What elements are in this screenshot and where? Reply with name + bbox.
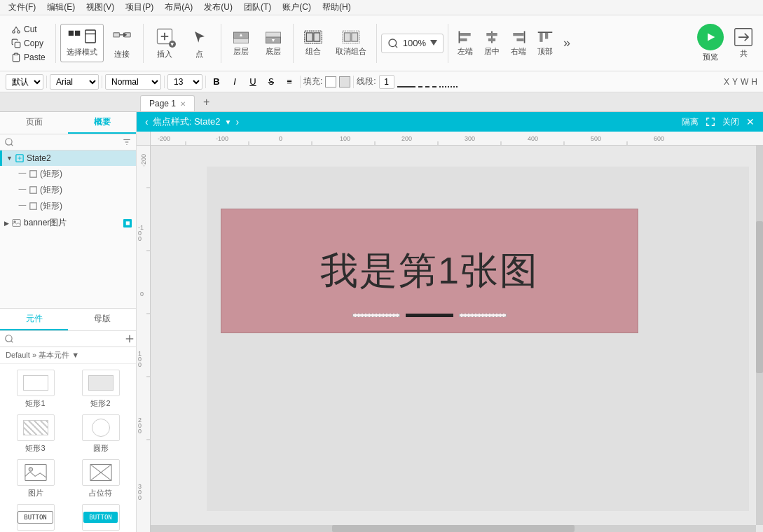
menu-project[interactable]: 项目(P) xyxy=(120,0,159,15)
bold-button[interactable]: B xyxy=(209,74,224,90)
svg-rect-38 xyxy=(539,33,542,42)
menu-file[interactable]: 文件(F) xyxy=(3,0,41,15)
menu-account[interactable]: 账户(C) xyxy=(277,0,317,15)
layer-search-input[interactable] xyxy=(17,137,87,147)
paste-button[interactable]: Paste xyxy=(8,51,48,64)
comp-placeholder[interactable]: 占位符 xyxy=(71,459,130,498)
comp-image[interactable]: 图片 xyxy=(6,459,65,498)
select-mode-button[interactable]: 选择模式 xyxy=(60,24,104,62)
cut-button[interactable]: Cut xyxy=(8,23,48,36)
align-center-button[interactable]: 居中 xyxy=(479,27,504,59)
list-button[interactable]: ≡ xyxy=(282,74,297,90)
layer-down-label: 底层 xyxy=(266,46,281,57)
close-focus-button[interactable]: 关闭 xyxy=(722,116,739,128)
comp-rect3[interactable]: 矩形3 xyxy=(6,414,65,454)
component-search-input[interactable] xyxy=(17,334,122,344)
menu-view[interactable]: 视图(V) xyxy=(81,0,120,15)
more-button[interactable]: » xyxy=(559,33,575,53)
svg-rect-2 xyxy=(15,42,20,48)
layer-item-rect2[interactable]: 一 (矩形) xyxy=(0,182,136,198)
main-toolbar: Cut Copy Paste 选择模式 连接 xyxy=(0,15,763,71)
component-grid: 矩形1 矩形2 矩形3 圆形 xyxy=(0,364,136,533)
comp-circle-preview xyxy=(82,414,120,441)
focus-prev-btn[interactable]: ‹ xyxy=(145,116,149,127)
fill-color-swatch2[interactable] xyxy=(339,76,350,88)
layer-item-rect1[interactable]: 一 (矩形) xyxy=(0,166,136,182)
banner-element[interactable]: 我是第1张图 xyxy=(221,209,638,333)
copy-button[interactable]: Copy xyxy=(8,37,48,50)
scrollbar-vertical[interactable] xyxy=(756,146,763,525)
comp-primary-button[interactable]: BUTTON 主要按钮 xyxy=(71,504,130,533)
stroke-label: 线段: xyxy=(357,76,376,88)
layer-up-button[interactable]: ▲ 层层 xyxy=(226,27,256,59)
pages-tab[interactable]: 页面 xyxy=(0,112,68,134)
add-component-icon[interactable] xyxy=(125,334,135,344)
align-top-button[interactable]: 顶部 xyxy=(532,27,558,59)
svg-rect-39 xyxy=(545,33,548,39)
menu-team[interactable]: 团队(T) xyxy=(238,0,277,15)
scrollbar-horizontal[interactable] xyxy=(151,525,756,532)
comp-rect2[interactable]: 矩形2 xyxy=(71,370,130,409)
component-category[interactable]: Default » 基本元件 ▼ xyxy=(0,347,136,364)
layer-item-state2[interactable]: ▼ State2 xyxy=(0,150,136,166)
share-button[interactable]: 共 xyxy=(729,24,757,62)
indicator-left[interactable] xyxy=(352,314,400,317)
strikethrough-button[interactable]: S̶ xyxy=(263,74,279,90)
select-mode-label: 选择模式 xyxy=(67,47,97,57)
size-select[interactable]: 13 xyxy=(167,74,202,90)
menu-publish[interactable]: 发布(U) xyxy=(198,0,238,15)
close-focus-x[interactable]: ✕ xyxy=(746,116,755,127)
connect-label: 连接 xyxy=(114,49,130,59)
page-1-tab[interactable]: Page 1 ✕ xyxy=(140,95,195,111)
focus-next-btn[interactable]: › xyxy=(235,116,239,127)
zoom-control[interactable]: 100% xyxy=(381,34,444,53)
canvas-area: ‹ 焦点样式: State2 ▼ › 隔离 关闭 ✕ -200 xyxy=(137,112,763,532)
connect-button[interactable]: 连接 xyxy=(105,22,139,64)
svg-rect-21 xyxy=(306,33,312,41)
underline-button[interactable]: U xyxy=(245,74,261,90)
menu-help[interactable]: 帮助(H) xyxy=(317,0,357,15)
align-right-button[interactable]: 右端 xyxy=(506,27,531,59)
masters-tab[interactable]: 母版 xyxy=(68,309,136,330)
comp-rect1[interactable]: 矩形1 xyxy=(6,370,65,409)
isolate-button[interactable]: 隔离 xyxy=(682,116,699,128)
stroke-value-input[interactable] xyxy=(379,75,394,89)
preview-button[interactable]: 预览 xyxy=(693,21,728,65)
svg-rect-6 xyxy=(85,30,95,43)
add-page-button[interactable]: + xyxy=(198,94,215,110)
italic-button[interactable]: I xyxy=(227,74,242,90)
comp-button[interactable]: BUTTON 按钮 xyxy=(6,504,65,533)
svg-rect-36 xyxy=(516,38,523,41)
canvas-wrapper[interactable]: -200 -100 0 100 200 300 400 500 xyxy=(137,132,763,532)
menu-layout[interactable]: 布局(A) xyxy=(159,0,198,15)
indicator-right[interactable] xyxy=(459,314,507,317)
stroke-style-dashed[interactable] xyxy=(418,76,437,88)
menu-edit[interactable]: 编辑(E) xyxy=(41,0,81,15)
expand-icon[interactable] xyxy=(706,117,715,127)
layer-item-rect3[interactable]: 一 (矩形) xyxy=(0,198,136,214)
stroke-style-dotted[interactable] xyxy=(439,76,458,88)
layer-item-banner[interactable]: ▶ banner图片 ◼ xyxy=(0,214,136,232)
svg-rect-30 xyxy=(460,38,467,41)
page-tab-close[interactable]: ✕ xyxy=(180,100,186,108)
outline-tab[interactable]: 概要 xyxy=(68,112,136,134)
insert-button[interactable]: ▼ 插入 xyxy=(148,22,181,64)
stroke-style-solid[interactable] xyxy=(397,76,415,88)
style-select[interactable]: 默认 xyxy=(6,74,43,90)
fill-color-swatch[interactable] xyxy=(325,76,336,88)
fill-label: 填充: xyxy=(303,76,322,88)
layer-down-button[interactable]: ▼ 底层 xyxy=(258,27,289,59)
filter-icon[interactable] xyxy=(122,137,132,147)
align-left-button[interactable]: 左端 xyxy=(453,27,478,59)
point-button[interactable]: 点 xyxy=(183,22,216,64)
group-button[interactable]: 组合 xyxy=(298,27,329,59)
comp-circle[interactable]: 圆形 xyxy=(71,414,130,454)
focus-dropdown-icon[interactable]: ▼ xyxy=(224,118,231,126)
svg-text:0: 0 xyxy=(138,494,142,501)
font-select[interactable]: Arial xyxy=(50,74,99,90)
ungroup-button[interactable]: 取消组合 xyxy=(330,27,372,59)
align-center-label: 居中 xyxy=(484,46,500,57)
weight-select[interactable]: Normal xyxy=(105,74,161,90)
components-tab[interactable]: 元件 xyxy=(0,309,68,330)
indicator-middle[interactable] xyxy=(406,314,453,317)
